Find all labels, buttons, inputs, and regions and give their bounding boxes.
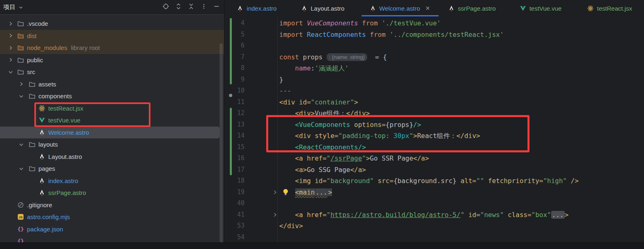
chevron-right-icon[interactable] [7,20,14,27]
tab-index.astro[interactable]: index.astro [227,0,286,16]
tree-item-public[interactable]: public [0,54,224,66]
close-icon[interactable] [425,5,431,11]
tab-label: Welcome.astro [379,5,420,12]
line-number[interactable]: 54 [224,232,245,243]
code-line-54[interactable]: 54 [224,232,644,243]
tree-item-astro.config.mjs[interactable]: JSastro.config.mjs [0,211,224,223]
line-number[interactable]: 10 [224,85,245,97]
tree-item-Welcome.astro[interactable]: Welcome.astro [0,127,224,139]
line-number[interactable]: 16 [224,153,245,164]
chevron-right-icon[interactable] [18,81,25,87]
tree-item-label: pages [38,163,55,175]
collapse-all-icon[interactable] [188,3,195,10]
chevron-down-icon[interactable] [18,165,25,172]
tree-item-.vscode[interactable]: .vscode [0,18,224,30]
code-line-5[interactable]: 5import ReactComponents from '../compone… [224,29,644,41]
chevron-right-icon[interactable] [7,45,14,51]
code-line-8[interactable]: 8 name:'涵涵超人' [224,63,644,74]
tree-item-layouts[interactable]: layouts [0,138,224,151]
code-line-41[interactable]: 41 <a href="https://astro.build/blog/ast… [224,209,644,221]
tree-item-partial[interactable]: {} [0,235,224,242]
vcs-change-bar[interactable] [230,18,232,84]
line-number[interactable]: 4 [224,18,245,29]
svg-text:JS: JS [19,215,23,219]
line-number[interactable]: 7 [224,52,245,63]
line-number[interactable]: 18 [224,175,245,187]
code-line-10[interactable]: 10--- [224,85,644,97]
line-number[interactable]: 12 [224,108,245,119]
tab-Layout.astro[interactable]: Layout.astro [293,0,352,16]
tree-item-ssrPage.astro[interactable]: ssrPage.astro [0,187,224,199]
annotation-rect-tree [34,102,150,127]
code-line-4[interactable]: 4import VueComponents from './testVue.vu… [224,18,644,29]
tab-Welcome.astro[interactable]: Welcome.astro [361,0,439,16]
chevron-down-icon[interactable] [18,141,25,148]
code-line-7[interactable]: 7const props : {name: string} = { [224,52,644,63]
line-number[interactable]: 17 [224,164,245,176]
row-background [0,175,224,187]
line-number[interactable]: 8 [224,63,245,74]
row-background [0,235,224,242]
fold-chevron-icon[interactable] [272,212,278,218]
code-line-6[interactable]: 6 [224,40,644,52]
tree-item-pages[interactable]: pages [0,163,224,175]
astro-icon [448,5,455,11]
fold-chevron-icon[interactable] [272,189,278,195]
code-line-18[interactable]: 18 <img id="background" src={background.… [224,175,644,187]
tree-scrollbar[interactable] [220,43,223,242]
tree-item-label: src [27,66,35,78]
code-text: name:'涵涵超人' [279,63,349,74]
tree-item-index.astro[interactable]: index.astro [0,175,224,187]
more-icon[interactable] [200,3,207,10]
line-number[interactable]: 19 [224,187,245,198]
line-number[interactable]: 9 [224,74,245,86]
locate-icon[interactable] [162,3,169,10]
tree-item-label: layouts [38,138,58,151]
tree-item-src[interactable]: src [0,66,224,78]
code-line-9[interactable]: 9} [224,74,644,86]
tab-testReact.jsx[interactable]: testReact.jsx [579,0,640,16]
tree-item-dist[interactable]: dist [0,30,224,42]
tree-item-Layout.astro[interactable]: Layout.astro [0,151,224,163]
tree-item-.gitignore[interactable]: .gitignore [0,199,224,211]
chevron-right-icon[interactable] [7,32,14,39]
code-line-53[interactable]: 53</div> [224,220,644,232]
code-text: <main...> [279,187,332,198]
chevron-down-icon[interactable] [18,5,23,10]
tree-item-assets[interactable]: assets [0,78,224,91]
tree-item-label: .vscode [27,18,48,30]
chevron-down-icon[interactable] [7,69,14,75]
code-text: <img id="background" src={background.src… [279,175,579,187]
line-number[interactable]: 5 [224,29,245,41]
hide-icon[interactable] [213,3,220,10]
tree-item-node_modules[interactable]: node_moduleslibrary root [0,42,224,54]
vcs-change-bar[interactable] [230,108,232,175]
line-number[interactable]: 41 [224,209,245,221]
tab-testVue.vue[interactable]: testVue.vue [512,0,569,16]
line-number[interactable]: 14 [224,130,245,142]
tab-label: testReact.jsx [597,5,632,12]
json-icon: {} [17,238,24,242]
tab-ssrPage.astro[interactable]: ssrPage.astro [441,0,503,16]
tree-item-components[interactable]: components [0,90,224,102]
tree-item-label: dist [27,30,36,42]
line-number[interactable]: 53 [224,220,245,232]
code-line-11[interactable]: 11<div id="container"> [224,97,644,108]
line-number[interactable]: 15 [224,142,245,153]
line-number[interactable]: 6 [224,40,245,52]
line-number[interactable]: 11 [224,97,245,108]
code-line-19[interactable]: 19 <main...> [224,187,644,198]
line-number[interactable]: 13 [224,119,245,131]
vue-icon [520,5,526,11]
line-number[interactable]: 40 [224,198,245,209]
expand-all-icon[interactable] [175,3,182,10]
chevron-right-icon[interactable] [7,57,14,63]
astro-icon [237,5,243,11]
project-panel-title[interactable]: 项目 [3,3,16,11]
vcs-change-dot[interactable] [229,94,232,97]
chevron-down-icon[interactable] [18,93,25,100]
code-line-16[interactable]: 16 <a href="/ssrPage">Go SSR Page</a> [224,153,644,164]
code-line-40[interactable]: 40 [224,198,644,209]
code-line-17[interactable]: 17 <a>Go SSG Page</a> [224,164,644,176]
tree-item-package.json[interactable]: {}package.json [0,223,224,235]
